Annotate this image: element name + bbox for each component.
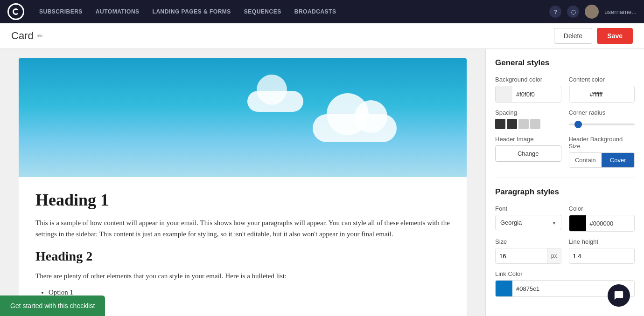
text-color-swatch[interactable] [569, 215, 586, 232]
text-color-input[interactable]: #000000 [569, 215, 635, 232]
size-input-wrapper: px [495, 248, 561, 264]
link-color-swatch[interactable] [496, 280, 512, 297]
content-color-value: #ffffff [586, 91, 635, 98]
cover-button[interactable]: Cover [602, 153, 634, 167]
cloud-2 [247, 91, 303, 112]
background-color-field: Background color #f0f0f0 [495, 76, 561, 103]
font-color-row: Font Georgia ▼ Color #000000 [495, 205, 635, 232]
general-styles-title: General styles [495, 58, 635, 68]
help-icon[interactable]: ? [549, 6, 561, 18]
subheader: Card ✏ Delete Save [0, 23, 644, 49]
link-color-label: Link Color [495, 270, 635, 277]
logo-icon [13, 8, 19, 15]
header-image-row: Header Image Change Header Background Si… [495, 136, 635, 168]
chat-button[interactable] [608, 284, 630, 307]
cloud-1 [313, 114, 397, 142]
size-input[interactable] [496, 248, 547, 263]
username: username... [604, 8, 637, 15]
checklist-banner[interactable]: Get started with this checklist [0, 295, 105, 316]
logo[interactable] [7, 3, 24, 20]
card-paragraph1: This is a sample of how content will app… [35, 217, 450, 240]
spacing-label: Spacing [495, 109, 561, 116]
bg-size-toggle: Contain Cover [569, 152, 635, 168]
size-field: Size px [495, 238, 561, 264]
card-heading2: Heading 2 [35, 249, 450, 264]
corner-radius-label: Corner radius [569, 109, 635, 116]
header-image-label: Header Image [495, 136, 561, 143]
font-field: Font Georgia ▼ [495, 205, 561, 232]
save-button[interactable]: Save [597, 28, 633, 44]
header-image-field: Header Image Change [495, 136, 561, 162]
background-color-input[interactable]: #f0f0f0 [495, 86, 561, 103]
background-color-swatch[interactable] [496, 86, 512, 103]
content-color-swatch[interactable] [569, 86, 586, 103]
sidebar-divider [495, 178, 635, 178]
spacing-btn-1[interactable] [495, 119, 505, 129]
nav-broadcasts[interactable]: BROADCASTS [294, 8, 336, 15]
list-item: Option 2 [49, 299, 450, 311]
text-color-value: #000000 [586, 220, 635, 227]
size-lineheight-row: Size px Line height [495, 238, 635, 264]
spacing-radius-row: Spacing Corner radius [495, 109, 635, 129]
spacing-buttons [495, 119, 561, 129]
color-row: Background color #f0f0f0 Content color #… [495, 76, 635, 103]
content-color-input[interactable]: #ffffff [569, 86, 635, 103]
top-navigation: SUBSCRIBERS AUTOMATIONS LANDING PAGES & … [0, 0, 644, 23]
size-unit: px [547, 248, 561, 263]
header-actions: Delete Save [554, 28, 633, 44]
loader-icon: ◌ [567, 6, 579, 18]
corner-radius-slider[interactable] [569, 124, 635, 125]
header-bg-size-field: Header Background Size Contain Cover [569, 136, 635, 168]
nav-right: ? ◌ username... [549, 5, 637, 19]
card-list: Option 1 Option 2 [49, 286, 450, 311]
header-bg-size-label: Header Background Size [569, 136, 635, 150]
font-select[interactable]: Georgia [495, 215, 561, 230]
size-label: Size [495, 238, 561, 245]
corner-radius-field: Corner radius [569, 109, 635, 127]
background-color-label: Background color [495, 76, 561, 83]
delete-button[interactable]: Delete [554, 28, 592, 44]
content-area: Heading 1 This is a sample of how conten… [0, 49, 485, 316]
text-color-field: Color #000000 [569, 205, 635, 232]
list-item: Option 1 [49, 286, 450, 299]
line-height-field: Line height [569, 238, 635, 264]
nav-landing-pages[interactable]: LANDING PAGES & FORMS [153, 8, 231, 15]
spacing-btn-4[interactable] [530, 119, 540, 129]
page-title-area: Card ✏ [11, 30, 43, 42]
card-list-intro: There are plenty of other elements that … [35, 270, 450, 282]
change-image-button[interactable]: Change [495, 145, 561, 162]
card-header-image [19, 58, 467, 177]
chat-icon [614, 290, 624, 301]
nav-subscribers[interactable]: SUBSCRIBERS [39, 8, 83, 15]
edit-icon[interactable]: ✏ [37, 32, 43, 40]
sidebar: General styles Background color #f0f0f0 … [485, 49, 644, 316]
line-height-label: Line height [569, 238, 635, 245]
contain-button[interactable]: Contain [569, 153, 602, 167]
font-select-wrapper: Georgia ▼ [495, 215, 561, 230]
card-heading1: Heading 1 [35, 190, 450, 210]
content-color-label: Content color [569, 76, 635, 83]
main-layout: Heading 1 This is a sample of how conten… [0, 49, 644, 316]
nav-links: SUBSCRIBERS AUTOMATIONS LANDING PAGES & … [39, 8, 534, 15]
card-preview: Heading 1 This is a sample of how conten… [19, 58, 467, 316]
font-label: Font [495, 205, 561, 212]
nav-sequences[interactable]: SEQUENCES [244, 8, 281, 15]
nav-automations[interactable]: AUTOMATIONS [96, 8, 140, 15]
sky-gradient [19, 58, 467, 177]
line-height-input[interactable] [569, 248, 635, 264]
content-color-field: Content color #ffffff [569, 76, 635, 103]
spacing-btn-3[interactable] [518, 119, 529, 129]
text-color-label: Color [569, 205, 635, 212]
background-color-value: #f0f0f0 [512, 91, 561, 98]
spacing-btn-2[interactable] [507, 119, 517, 129]
page-title: Card [11, 30, 34, 42]
spacing-field: Spacing [495, 109, 561, 129]
paragraph-styles-title: Paragraph styles [495, 187, 635, 197]
avatar[interactable] [585, 5, 599, 19]
